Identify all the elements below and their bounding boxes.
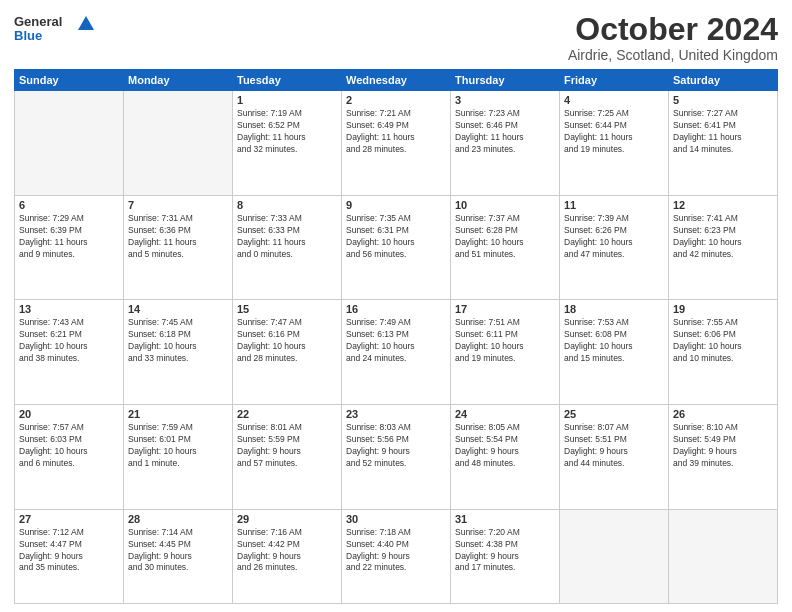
month-title: October 2024 <box>568 12 778 47</box>
day-number: 4 <box>564 94 664 106</box>
calendar-cell: 2Sunrise: 7:21 AMSunset: 6:49 PMDaylight… <box>342 91 451 196</box>
day-info: Sunrise: 7:53 AMSunset: 6:08 PMDaylight:… <box>564 317 664 365</box>
logo-svg: General Blue <box>14 12 94 48</box>
day-number: 27 <box>19 513 119 525</box>
day-number: 31 <box>455 513 555 525</box>
page: General Blue October 2024 Airdrie, Scotl… <box>0 0 792 612</box>
day-number: 17 <box>455 303 555 315</box>
day-info: Sunrise: 8:01 AMSunset: 5:59 PMDaylight:… <box>237 422 337 470</box>
day-info: Sunrise: 8:07 AMSunset: 5:51 PMDaylight:… <box>564 422 664 470</box>
day-info: Sunrise: 7:20 AMSunset: 4:38 PMDaylight:… <box>455 527 555 575</box>
weekday-header: Tuesday <box>233 70 342 91</box>
weekday-header: Monday <box>124 70 233 91</box>
weekday-header: Saturday <box>669 70 778 91</box>
day-number: 22 <box>237 408 337 420</box>
day-number: 18 <box>564 303 664 315</box>
day-number: 8 <box>237 199 337 211</box>
calendar-cell: 5Sunrise: 7:27 AMSunset: 6:41 PMDaylight… <box>669 91 778 196</box>
day-info: Sunrise: 7:55 AMSunset: 6:06 PMDaylight:… <box>673 317 773 365</box>
day-info: Sunrise: 7:19 AMSunset: 6:52 PMDaylight:… <box>237 108 337 156</box>
calendar-cell <box>124 91 233 196</box>
day-number: 10 <box>455 199 555 211</box>
day-number: 12 <box>673 199 773 211</box>
calendar-cell: 30Sunrise: 7:18 AMSunset: 4:40 PMDayligh… <box>342 509 451 603</box>
day-number: 23 <box>346 408 446 420</box>
day-number: 20 <box>19 408 119 420</box>
location: Airdrie, Scotland, United Kingdom <box>568 47 778 63</box>
calendar-cell: 15Sunrise: 7:47 AMSunset: 6:16 PMDayligh… <box>233 300 342 405</box>
day-info: Sunrise: 7:43 AMSunset: 6:21 PMDaylight:… <box>19 317 119 365</box>
day-number: 26 <box>673 408 773 420</box>
day-info: Sunrise: 7:29 AMSunset: 6:39 PMDaylight:… <box>19 213 119 261</box>
calendar-cell: 1Sunrise: 7:19 AMSunset: 6:52 PMDaylight… <box>233 91 342 196</box>
day-number: 29 <box>237 513 337 525</box>
weekday-header: Friday <box>560 70 669 91</box>
day-info: Sunrise: 8:10 AMSunset: 5:49 PMDaylight:… <box>673 422 773 470</box>
day-number: 25 <box>564 408 664 420</box>
calendar-cell <box>560 509 669 603</box>
day-info: Sunrise: 7:27 AMSunset: 6:41 PMDaylight:… <box>673 108 773 156</box>
calendar-cell: 29Sunrise: 7:16 AMSunset: 4:42 PMDayligh… <box>233 509 342 603</box>
calendar-cell: 3Sunrise: 7:23 AMSunset: 6:46 PMDaylight… <box>451 91 560 196</box>
calendar-cell: 4Sunrise: 7:25 AMSunset: 6:44 PMDaylight… <box>560 91 669 196</box>
day-info: Sunrise: 7:31 AMSunset: 6:36 PMDaylight:… <box>128 213 228 261</box>
day-number: 3 <box>455 94 555 106</box>
calendar-cell: 25Sunrise: 8:07 AMSunset: 5:51 PMDayligh… <box>560 405 669 510</box>
day-number: 5 <box>673 94 773 106</box>
calendar-cell: 13Sunrise: 7:43 AMSunset: 6:21 PMDayligh… <box>15 300 124 405</box>
day-number: 11 <box>564 199 664 211</box>
calendar-cell: 9Sunrise: 7:35 AMSunset: 6:31 PMDaylight… <box>342 195 451 300</box>
day-number: 21 <box>128 408 228 420</box>
day-number: 30 <box>346 513 446 525</box>
calendar-cell: 8Sunrise: 7:33 AMSunset: 6:33 PMDaylight… <box>233 195 342 300</box>
calendar-cell: 21Sunrise: 7:59 AMSunset: 6:01 PMDayligh… <box>124 405 233 510</box>
day-number: 9 <box>346 199 446 211</box>
weekday-header: Thursday <box>451 70 560 91</box>
day-info: Sunrise: 7:51 AMSunset: 6:11 PMDaylight:… <box>455 317 555 365</box>
svg-text:General: General <box>14 14 62 29</box>
weekday-header: Wednesday <box>342 70 451 91</box>
day-number: 6 <box>19 199 119 211</box>
day-number: 7 <box>128 199 228 211</box>
calendar-cell: 22Sunrise: 8:01 AMSunset: 5:59 PMDayligh… <box>233 405 342 510</box>
day-info: Sunrise: 7:14 AMSunset: 4:45 PMDaylight:… <box>128 527 228 575</box>
day-number: 15 <box>237 303 337 315</box>
day-number: 24 <box>455 408 555 420</box>
svg-marker-2 <box>78 16 94 30</box>
calendar-cell: 11Sunrise: 7:39 AMSunset: 6:26 PMDayligh… <box>560 195 669 300</box>
day-info: Sunrise: 7:33 AMSunset: 6:33 PMDaylight:… <box>237 213 337 261</box>
day-number: 14 <box>128 303 228 315</box>
day-info: Sunrise: 7:16 AMSunset: 4:42 PMDaylight:… <box>237 527 337 575</box>
day-info: Sunrise: 7:57 AMSunset: 6:03 PMDaylight:… <box>19 422 119 470</box>
calendar-cell <box>669 509 778 603</box>
day-info: Sunrise: 7:49 AMSunset: 6:13 PMDaylight:… <box>346 317 446 365</box>
day-info: Sunrise: 7:47 AMSunset: 6:16 PMDaylight:… <box>237 317 337 365</box>
day-info: Sunrise: 7:59 AMSunset: 6:01 PMDaylight:… <box>128 422 228 470</box>
day-info: Sunrise: 7:39 AMSunset: 6:26 PMDaylight:… <box>564 213 664 261</box>
calendar-cell: 18Sunrise: 7:53 AMSunset: 6:08 PMDayligh… <box>560 300 669 405</box>
day-info: Sunrise: 8:05 AMSunset: 5:54 PMDaylight:… <box>455 422 555 470</box>
day-number: 1 <box>237 94 337 106</box>
calendar-cell: 10Sunrise: 7:37 AMSunset: 6:28 PMDayligh… <box>451 195 560 300</box>
svg-text:Blue: Blue <box>14 28 42 43</box>
day-number: 19 <box>673 303 773 315</box>
day-info: Sunrise: 8:03 AMSunset: 5:56 PMDaylight:… <box>346 422 446 470</box>
day-number: 28 <box>128 513 228 525</box>
day-info: Sunrise: 7:23 AMSunset: 6:46 PMDaylight:… <box>455 108 555 156</box>
day-info: Sunrise: 7:21 AMSunset: 6:49 PMDaylight:… <box>346 108 446 156</box>
day-info: Sunrise: 7:35 AMSunset: 6:31 PMDaylight:… <box>346 213 446 261</box>
day-number: 13 <box>19 303 119 315</box>
calendar-cell: 20Sunrise: 7:57 AMSunset: 6:03 PMDayligh… <box>15 405 124 510</box>
logo: General Blue <box>14 12 94 48</box>
weekday-header: Sunday <box>15 70 124 91</box>
calendar-cell: 28Sunrise: 7:14 AMSunset: 4:45 PMDayligh… <box>124 509 233 603</box>
day-info: Sunrise: 7:45 AMSunset: 6:18 PMDaylight:… <box>128 317 228 365</box>
calendar-cell: 14Sunrise: 7:45 AMSunset: 6:18 PMDayligh… <box>124 300 233 405</box>
day-info: Sunrise: 7:18 AMSunset: 4:40 PMDaylight:… <box>346 527 446 575</box>
calendar-cell <box>15 91 124 196</box>
calendar-cell: 6Sunrise: 7:29 AMSunset: 6:39 PMDaylight… <box>15 195 124 300</box>
calendar: SundayMondayTuesdayWednesdayThursdayFrid… <box>14 69 778 604</box>
calendar-cell: 7Sunrise: 7:31 AMSunset: 6:36 PMDaylight… <box>124 195 233 300</box>
day-number: 16 <box>346 303 446 315</box>
calendar-cell: 17Sunrise: 7:51 AMSunset: 6:11 PMDayligh… <box>451 300 560 405</box>
